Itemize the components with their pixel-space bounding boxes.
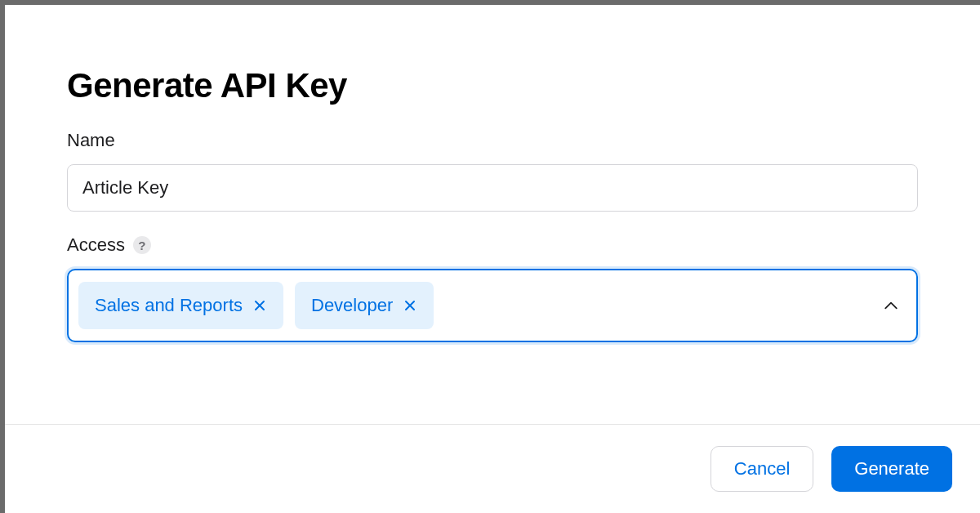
access-label: Access ? — [67, 234, 918, 256]
name-label-text: Name — [67, 130, 115, 151]
name-label: Name — [67, 130, 918, 151]
modal-footer: Cancel Generate — [5, 424, 980, 513]
generate-api-key-modal: Generate API Key Name Access ? Sales and… — [5, 5, 980, 513]
access-label-text: Access — [67, 234, 125, 256]
generate-button[interactable]: Generate — [831, 446, 952, 492]
remove-tag-icon[interactable] — [252, 298, 267, 313]
chevron-up-icon[interactable] — [884, 298, 898, 313]
cancel-button[interactable]: Cancel — [710, 446, 813, 492]
access-multiselect[interactable]: Sales and Reports Developer — [67, 269, 918, 342]
help-icon[interactable]: ? — [133, 236, 151, 254]
access-tag-sales-and-reports: Sales and Reports — [78, 282, 283, 329]
modal-title: Generate API Key — [67, 66, 918, 105]
remove-tag-icon[interactable] — [403, 298, 417, 313]
access-tag-developer: Developer — [295, 282, 434, 329]
tag-label: Developer — [311, 295, 393, 316]
tag-label: Sales and Reports — [95, 295, 243, 316]
modal-body: Generate API Key Name Access ? Sales and… — [5, 5, 980, 424]
name-input[interactable] — [67, 164, 918, 212]
